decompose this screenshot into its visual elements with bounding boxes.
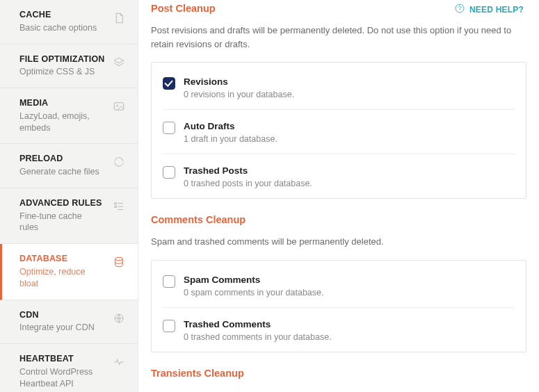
row-label: Auto Drafts xyxy=(184,121,277,131)
sidebar-item-database[interactable]: DATABASE Optimize, reduce bloat xyxy=(0,244,138,300)
row-revisions: Revisions 0 revisions in your database. xyxy=(163,65,515,110)
section-title: Transients Cleanup xyxy=(151,368,526,379)
main-content: NEED HELP? Post Cleanup Post revisions a… xyxy=(138,0,539,392)
section-title: Comments Cleanup xyxy=(151,214,526,225)
sidebar-item-title: FILE OPTIMIZATION xyxy=(19,54,107,65)
layers-icon xyxy=(113,56,125,69)
sidebar-item-desc: Optimize CSS & JS xyxy=(19,66,103,78)
sidebar-item-title: CACHE xyxy=(19,10,107,21)
row-sub: 0 revisions in your database. xyxy=(184,90,294,99)
sidebar-item-title: PRELOAD xyxy=(19,154,107,165)
svg-point-14 xyxy=(456,4,464,13)
sidebar-item-desc: Integrate your CDN xyxy=(19,322,103,334)
row-label: Spam Comments xyxy=(184,275,324,285)
svg-point-8 xyxy=(115,258,123,261)
row-trashed-posts: Trashed Posts 0 trashed posts in your da… xyxy=(163,154,515,198)
section-post-cleanup: Post Cleanup Post revisions and drafts w… xyxy=(151,3,526,199)
help-icon xyxy=(454,3,465,16)
sidebar-item-cdn[interactable]: CDN Integrate your CDN xyxy=(0,300,138,345)
row-label: Trashed Posts xyxy=(184,165,312,176)
sidebar-item-title: ADVANCED RULES xyxy=(19,198,107,209)
refresh-icon xyxy=(113,156,125,168)
globe-icon xyxy=(113,312,125,325)
sidebar-item-media[interactable]: MEDIA LazyLoad, emojis, embeds xyxy=(0,88,138,144)
sidebar-item-desc: Optimize, reduce bloat xyxy=(19,266,103,290)
row-sub: 0 trashed posts in your database. xyxy=(184,179,312,188)
list-icon xyxy=(113,200,125,213)
sidebar-item-preload[interactable]: PRELOAD Generate cache files xyxy=(0,144,138,188)
checkbox-revisions[interactable] xyxy=(163,77,175,90)
svg-rect-4 xyxy=(115,206,116,207)
database-icon xyxy=(113,256,125,268)
image-icon xyxy=(113,100,125,113)
sidebar-item-title: DATABASE xyxy=(19,254,107,265)
row-label: Revisions xyxy=(184,76,294,87)
row-spam-comments: Spam Comments 0 spam comments in your da… xyxy=(163,263,515,308)
row-label: Trashed Comments xyxy=(184,319,332,329)
row-sub: 0 trashed comments in your database. xyxy=(184,332,332,342)
sidebar-item-cache[interactable]: CACHE Basic cache options xyxy=(0,0,138,44)
section-comments-cleanup: Comments Cleanup Spam and trashed commen… xyxy=(151,214,526,352)
svg-rect-3 xyxy=(115,203,116,204)
section-desc: Spam and trashed comments will be perman… xyxy=(151,235,513,249)
heartbeat-icon xyxy=(113,356,125,368)
section-transients-cleanup: Transients Cleanup xyxy=(151,368,526,379)
sidebar-item-desc: Generate cache files xyxy=(19,166,103,178)
panel-post-cleanup: Revisions 0 revisions in your database. … xyxy=(151,62,526,199)
file-icon xyxy=(113,12,125,24)
panel-comments-cleanup: Spam Comments 0 spam comments in your da… xyxy=(151,260,526,352)
sidebar-item-file-optimization[interactable]: FILE OPTIMIZATION Optimize CSS & JS xyxy=(0,44,138,89)
sidebar-item-desc: Basic cache options xyxy=(19,22,103,34)
sidebar-item-desc: Control WordPress Heartbeat API xyxy=(19,366,103,390)
sidebar-item-title: MEDIA xyxy=(19,98,107,109)
help-label: NEED HELP? xyxy=(469,5,524,15)
checkbox-auto-drafts[interactable] xyxy=(163,122,175,134)
sidebar-item-desc: Fine-tune cache rules xyxy=(19,211,103,234)
sidebar-item-advanced-rules[interactable]: ADVANCED RULES Fine-tune cache rules xyxy=(0,188,138,244)
sidebar-item-title: HEARTBEAT xyxy=(19,354,107,365)
row-sub: 1 draft in your database. xyxy=(184,134,277,144)
section-desc: Post revisions and drafts will be perman… xyxy=(151,24,513,51)
need-help-link[interactable]: NEED HELP? xyxy=(454,3,524,16)
checkbox-trashed-comments[interactable] xyxy=(163,320,175,332)
svg-marker-0 xyxy=(114,58,124,63)
sidebar-item-title: CDN xyxy=(19,310,107,321)
row-trashed-comments: Trashed Comments 0 trashed comments in y… xyxy=(163,308,515,352)
sidebar: CACHE Basic cache options FILE OPTIMIZAT… xyxy=(0,0,138,392)
checkbox-spam-comments[interactable] xyxy=(163,275,175,288)
svg-point-2 xyxy=(117,105,118,106)
row-auto-drafts: Auto Drafts 1 draft in your database. xyxy=(163,110,515,154)
sidebar-item-heartbeat[interactable]: HEARTBEAT Control WordPress Heartbeat AP… xyxy=(0,344,138,392)
sidebar-item-desc: LazyLoad, emojis, embeds xyxy=(19,111,103,134)
checkbox-trashed-posts[interactable] xyxy=(163,166,175,179)
row-sub: 0 spam comments in your database. xyxy=(184,288,324,297)
